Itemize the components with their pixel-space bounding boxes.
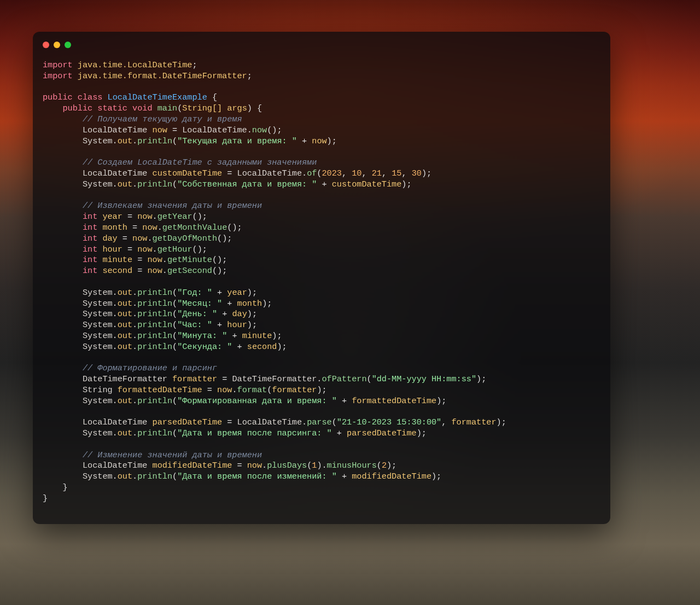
code-window: import java.time.LocalDateTime; import j… [33, 32, 610, 524]
code-block: import java.time.LocalDateTime; import j… [43, 60, 600, 504]
keyword-import: import [43, 60, 73, 70]
minimize-icon[interactable] [54, 42, 60, 48]
maximize-icon[interactable] [65, 42, 71, 48]
close-icon[interactable] [43, 42, 49, 48]
window-traffic-lights [43, 42, 600, 48]
class-name: LocalDateTimeExample [108, 92, 207, 102]
